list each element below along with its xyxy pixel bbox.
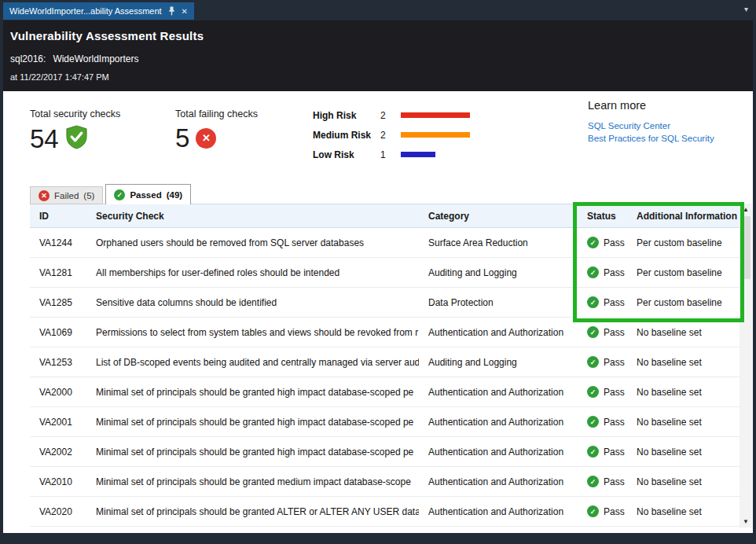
row-id: VA2002 — [30, 447, 88, 458]
table-row[interactable]: VA1285 Sensitive data columns should be … — [30, 288, 741, 318]
vertical-scrollbar[interactable]: ▲ ▼ — [739, 204, 752, 527]
learn-more-link[interactable]: SQL Security Center — [588, 119, 714, 132]
pass-icon: ✓ — [587, 416, 599, 428]
row-category: Authentication and Authorization — [419, 327, 578, 338]
row-status: ✓ Pass — [578, 326, 627, 338]
row-additional-info: Per custom baseline — [627, 237, 741, 248]
row-status-label: Pass — [604, 357, 625, 368]
dropdown-arrow-icon[interactable]: ▾ — [744, 5, 748, 13]
table-row[interactable]: VA2002 Minimal set of principals should … — [30, 437, 741, 467]
risk-count: 1 — [380, 149, 401, 160]
fail-icon: ✕ — [39, 190, 50, 201]
risk-label: High Risk — [313, 110, 380, 121]
column-header-status[interactable]: Status — [578, 211, 627, 222]
pass-icon: ✓ — [587, 296, 599, 308]
row-id: VA1285 — [30, 297, 88, 308]
results-header: Vulnerability Assessment Results sql2016… — [3, 20, 753, 91]
row-additional-info: No baseline set — [627, 476, 741, 487]
titlebar: WideWorldImporter...ability Assessment ✕… — [0, 0, 756, 20]
row-status-label: Pass — [604, 297, 625, 308]
table-row[interactable]: VA1244 Orphaned users should be removed … — [30, 228, 741, 258]
row-additional-info: No baseline set — [627, 447, 741, 458]
table-body: VA1244 Orphaned users should be removed … — [30, 228, 741, 527]
table-row[interactable]: VA2001 Minimal set of principals should … — [30, 407, 741, 437]
learn-more-link[interactable]: Best Practices for SQL Security — [588, 132, 714, 145]
pass-icon: ✓ — [587, 237, 599, 248]
risk-label: Medium Risk — [313, 130, 380, 141]
risk-bar — [401, 112, 470, 118]
row-status: ✓ Pass — [578, 296, 627, 308]
learn-more-links: SQL Security CenterBest Practices for SQ… — [588, 119, 714, 145]
row-id: VA2010 — [30, 476, 88, 487]
failing-checks-label: Total failing checks — [175, 108, 258, 119]
risk-legend: High Risk 2 Medium Risk 2 Low Risk 1 — [313, 105, 470, 164]
scroll-down-icon[interactable]: ▼ — [739, 518, 752, 525]
pass-icon: ✓ — [587, 386, 599, 398]
pass-icon: ✓ — [587, 356, 599, 368]
tab-passed-label: Passed — [130, 190, 161, 200]
page-title: Vulnerability Assessment Results — [10, 29, 753, 42]
risk-count: 2 — [380, 130, 401, 141]
row-security-check: Sensitive data columns should be identif… — [88, 297, 419, 308]
row-security-check: Orphaned users should be removed from SQ… — [88, 237, 419, 248]
row-category: Authentication and Authorization — [419, 447, 578, 458]
row-status: ✓ Pass — [578, 476, 627, 487]
row-status-label: Pass — [604, 447, 625, 458]
table-row[interactable]: VA2000 Minimal set of principals should … — [30, 377, 741, 407]
column-header-id[interactable]: ID — [30, 211, 88, 222]
row-status: ✓ Pass — [578, 446, 627, 458]
risk-bar — [401, 132, 470, 138]
row-security-check: All memberships for user-defined roles s… — [88, 267, 419, 278]
pass-icon: ✓ — [587, 266, 599, 278]
row-status-label: Pass — [604, 417, 625, 428]
document-tab[interactable]: WideWorldImporter...ability Assessment ✕ — [3, 2, 194, 20]
row-additional-info: No baseline set — [627, 417, 741, 428]
row-security-check: Minimal set of principals should be gran… — [88, 506, 419, 517]
column-header-category[interactable]: Category — [419, 211, 578, 222]
row-status-label: Pass — [604, 476, 625, 487]
row-additional-info: No baseline set — [627, 327, 741, 338]
table-row[interactable]: VA1069 Permissions to select from system… — [30, 318, 741, 347]
table-row[interactable]: VA1281 All memberships for user-defined … — [30, 258, 741, 288]
server-name: sql2016: — [10, 53, 46, 64]
row-id: VA1069 — [30, 327, 88, 338]
scrollbar-thumb[interactable] — [741, 216, 750, 279]
row-security-check: List of DB-scoped events being audited a… — [88, 357, 419, 368]
row-status-label: Pass — [604, 237, 625, 248]
row-additional-info: Per custom baseline — [627, 297, 741, 308]
row-security-check: Minimal set of principals should be gran… — [88, 447, 419, 458]
shield-check-icon — [65, 125, 88, 153]
failing-checks-block: Total failing checks 5 ✕ — [175, 108, 258, 151]
row-category: Data Protection — [419, 297, 578, 308]
risk-bar — [401, 152, 435, 157]
column-header-check[interactable]: Security Check — [88, 211, 419, 222]
failing-checks-value: 5 — [175, 125, 189, 151]
row-id: VA1281 — [30, 267, 88, 278]
row-status: ✓ Pass — [578, 356, 627, 368]
table-row[interactable]: VA2020 Minimal set of principals should … — [30, 497, 741, 527]
close-icon[interactable]: ✕ — [182, 7, 188, 16]
table-header: ID Security Check Category Status Additi… — [30, 204, 741, 228]
row-security-check: Minimal set of principals should be gran… — [88, 417, 419, 428]
pass-icon: ✓ — [114, 189, 125, 200]
table-row[interactable]: VA2010 Minimal set of principals should … — [30, 467, 741, 497]
tab-passed[interactable]: ✓ Passed (49) — [105, 184, 191, 204]
tab-passed-count: (49) — [167, 190, 182, 200]
pass-icon: ✓ — [587, 326, 599, 338]
row-id: VA2020 — [30, 506, 88, 517]
row-status-label: Pass — [604, 327, 625, 338]
pin-icon[interactable] — [168, 6, 175, 16]
risk-label: Low Risk — [313, 149, 380, 160]
learn-more-title: Learn more — [588, 99, 714, 112]
vulnerability-assessment-window: WideWorldImporter...ability Assessment ✕… — [0, 0, 756, 544]
table-row[interactable]: VA1253 List of DB-scoped events being au… — [30, 347, 741, 377]
server-line: sql2016: WideWorldImporters — [10, 53, 753, 64]
scroll-up-icon[interactable]: ▲ — [739, 206, 752, 213]
column-header-info[interactable]: Additional Information — [627, 211, 741, 222]
row-id: VA2000 — [30, 387, 88, 398]
database-name: WideWorldImporters — [53, 53, 138, 64]
learn-more-panel: Learn more SQL Security CenterBest Pract… — [588, 99, 714, 145]
tab-failed[interactable]: ✕ Failed (5) — [30, 186, 103, 204]
content-area: Total security checks 54 Total failing c… — [3, 91, 753, 533]
row-category: Authentication and Authorization — [419, 387, 578, 398]
